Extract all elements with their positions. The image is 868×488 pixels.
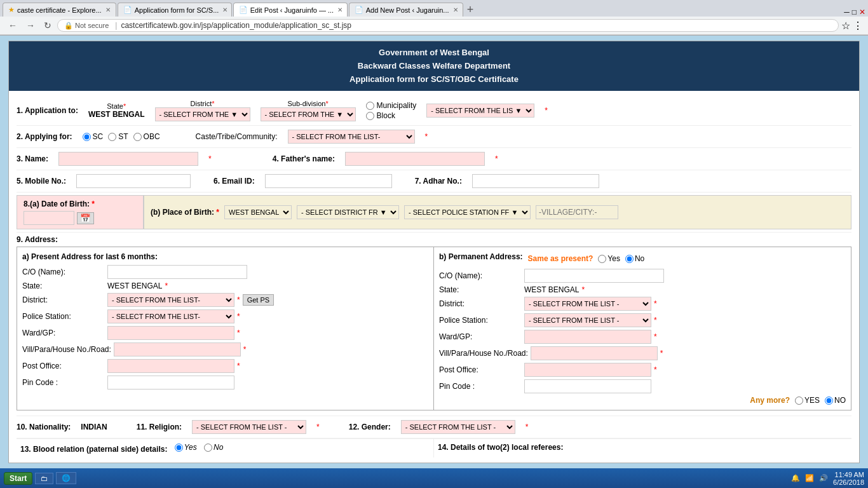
menu-button[interactable]: ⋮ xyxy=(853,20,863,32)
block-option[interactable]: Block xyxy=(366,111,417,120)
blood-yes-radio[interactable] xyxy=(175,444,183,452)
present-ward-input[interactable] xyxy=(107,326,234,340)
present-ward-label: Ward/GP: xyxy=(22,329,105,337)
get-ps-button[interactable]: Get PS xyxy=(243,294,274,306)
taskbar-browser-icon[interactable]: 🌐 xyxy=(56,472,76,484)
obc-option[interactable]: OBC xyxy=(133,132,160,141)
sc-radio[interactable] xyxy=(83,133,91,141)
section13-14-row: 13. Blood relation (paternal side) detai… xyxy=(17,438,851,458)
father-label: 4. Father's name: xyxy=(273,154,335,163)
obc-radio[interactable] xyxy=(133,133,142,141)
permanent-ps-select[interactable]: - SELECT FROM THE LIST - xyxy=(524,313,651,327)
caste-select[interactable]: - SELECT FROM THE LIST- xyxy=(288,130,415,144)
permanent-pin-label: Pin Code : xyxy=(439,382,522,391)
tab-2[interactable]: 📄 Application form for SC/S... ✕ xyxy=(118,3,232,17)
permanent-vill-input[interactable] xyxy=(531,346,658,360)
tab-3[interactable]: 📄 Edit Post ‹ Jugaruinfo — ... ✕ xyxy=(233,3,348,17)
dob-calendar-button[interactable]: 📅 xyxy=(77,212,94,224)
same-no-option[interactable]: No xyxy=(625,254,644,263)
gender-select[interactable]: - SELECT FROM THE LIST - xyxy=(401,420,515,434)
pob-village-input[interactable] xyxy=(536,205,618,219)
pob-state-select[interactable]: WEST BENGAL xyxy=(224,205,292,219)
taskbar-file-icon[interactable]: 🗀 xyxy=(35,473,53,484)
maximize-button[interactable]: □ xyxy=(852,8,857,17)
new-tab-button[interactable]: + xyxy=(467,3,474,17)
present-vill-label: Vill/Para/House No./Road: xyxy=(22,345,111,354)
dob-label: 8.(a) Date of Birth: * xyxy=(24,200,137,208)
present-post-input[interactable] xyxy=(107,359,234,373)
present-district-select[interactable]: - SELECT FROM THE LIST- xyxy=(107,293,234,307)
form-header: Government of West Bengal Backward Class… xyxy=(9,41,859,91)
dob-input[interactable] xyxy=(24,211,74,225)
blood-yes-option[interactable]: Yes xyxy=(175,443,197,452)
permanent-header: b) Permanent Address: Same as present? Y… xyxy=(439,252,846,265)
mobile-input[interactable] xyxy=(76,174,191,188)
father-input[interactable] xyxy=(345,152,485,166)
section2-label: 2. Applying for: xyxy=(17,132,72,141)
tab-2-close[interactable]: ✕ xyxy=(222,6,227,13)
start-button[interactable]: Start xyxy=(4,472,32,485)
same-no-radio[interactable] xyxy=(625,255,634,263)
tab-3-close[interactable]: ✕ xyxy=(337,6,342,13)
back-button[interactable]: ← xyxy=(5,19,20,32)
any-more-row: Any more? YES NO xyxy=(439,396,846,405)
section3-row: 3. Name: * 4. Father's name: * xyxy=(17,148,851,170)
sc-option[interactable]: SC xyxy=(83,132,104,141)
permanent-post-input[interactable] xyxy=(524,363,651,377)
subdivision-select[interactable]: - SELECT FROM THE ▼ xyxy=(261,107,356,121)
tab-4-close[interactable]: ✕ xyxy=(453,6,458,13)
taskbar: Start 🗀 🌐 🔔 📶 🔊 11:49 AM 6/26/2018 xyxy=(0,468,868,488)
page-content: Government of West Bengal Backward Class… xyxy=(0,36,868,468)
present-ps-select[interactable]: - SELECT FROM THE LIST- xyxy=(107,309,234,323)
pob-ps-select[interactable]: - SELECT POLICE STATION FF ▼ xyxy=(404,205,531,219)
any-more-yes-radio[interactable] xyxy=(795,396,803,405)
address-bar[interactable]: 🔒 Not secure | castcertificatewb.gov.in/… xyxy=(57,19,839,32)
header-line1: Government of West Bengal xyxy=(14,46,854,60)
refresh-button[interactable]: ↻ xyxy=(41,19,55,32)
st-radio[interactable] xyxy=(108,133,116,141)
municipality-option[interactable]: Municipality xyxy=(366,101,417,110)
municipality-radio[interactable] xyxy=(366,102,374,110)
district-select[interactable]: - SELECT FROM THE ▼ xyxy=(155,107,250,121)
any-more-no-radio[interactable] xyxy=(825,396,833,405)
block-radio[interactable] xyxy=(366,112,374,120)
permanent-co-row: C/O (Name): xyxy=(439,269,846,283)
name-input[interactable] xyxy=(58,152,198,166)
present-ward-row: Ward/GP: * xyxy=(22,326,428,340)
time-display: 11:49 AM xyxy=(833,471,864,478)
permanent-pin-input[interactable] xyxy=(524,379,651,393)
bookmark-button[interactable]: ☆ xyxy=(841,20,850,32)
present-pin-input[interactable] xyxy=(107,376,234,390)
same-yes-option[interactable]: Yes xyxy=(598,254,620,263)
tab-1-close[interactable]: ✕ xyxy=(105,6,111,13)
blood-no-option[interactable]: No xyxy=(204,443,223,452)
present-co-input[interactable] xyxy=(107,265,247,279)
any-more-no-option[interactable]: NO xyxy=(825,396,846,405)
present-vill-input[interactable] xyxy=(114,342,241,356)
any-more-yes-option[interactable]: YES xyxy=(795,396,820,405)
pob-district-select[interactable]: - SELECT DISTRICT FR ▼ xyxy=(297,205,399,219)
same-yes-radio[interactable] xyxy=(598,255,606,263)
permanent-ward-input[interactable] xyxy=(524,330,651,344)
tab-4[interactable]: 📄 Add New Post ‹ Jugaruin... ✕ xyxy=(349,3,463,17)
close-button[interactable]: ✕ xyxy=(859,8,865,17)
st-option[interactable]: ST xyxy=(108,132,128,141)
section14-label: 14. Details of two(2) local referees: xyxy=(438,443,563,452)
present-post-label: Post Office: xyxy=(22,362,105,370)
form-body: 1. Application to: State* WEST BENGAL Di… xyxy=(9,91,859,463)
forward-button[interactable]: → xyxy=(23,19,38,32)
minimize-button[interactable]: ─ xyxy=(844,8,850,17)
same-as-label: Same as present? xyxy=(528,254,593,263)
tab-1[interactable]: ★ caste certificate - Explore... ✕ xyxy=(3,3,116,17)
permanent-co-input[interactable] xyxy=(524,269,664,283)
nationality-value: INDIAN xyxy=(81,423,107,431)
dob-input-group: 📅 xyxy=(24,211,137,225)
blood-no-radio[interactable] xyxy=(204,444,212,452)
adhar-input[interactable] xyxy=(472,174,599,188)
email-input[interactable] xyxy=(265,174,392,188)
chrome-icon: 🌐 xyxy=(62,474,71,482)
religion-select[interactable]: - SELECT FROM THE LIST - xyxy=(192,420,306,434)
permanent-district-select[interactable]: - SELECT FROM THE LIST - xyxy=(524,297,651,311)
area-select[interactable]: - SELECT FROM THE LIS ▼ xyxy=(426,104,534,118)
pob-section: (b) Place of Birth: * WEST BENGAL - SELE… xyxy=(144,195,851,229)
